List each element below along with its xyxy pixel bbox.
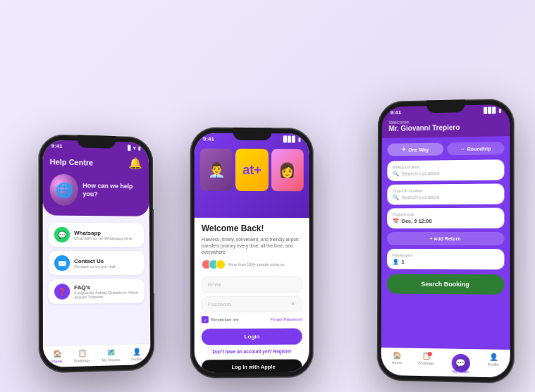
email-field[interactable]: Email: [202, 276, 302, 293]
nav-bookings[interactable]: 📋 Bookings: [74, 349, 90, 363]
dropoff-placeholder: Search Location: [402, 195, 440, 200]
list-item[interactable]: 💬 Whatsapp Chat with us on Whatsapp here: [49, 223, 144, 247]
password-placeholder: Password: [208, 301, 231, 307]
notification-icon[interactable]: 🔔: [128, 157, 142, 170]
login-button[interactable]: Login: [202, 329, 302, 345]
nav-profile-right[interactable]: 👤 Profile: [488, 353, 499, 375]
time-center: 9:41: [203, 135, 214, 142]
notch-center: [233, 128, 271, 140]
nav-profile-label: Profile: [131, 357, 142, 361]
dropoff-field[interactable]: Drop-Off Location 🔍 Search Location: [387, 183, 504, 204]
pickup-value: 🔍 Search Location: [393, 169, 498, 177]
faq-subtitle: Frequently Asked Questions About Airport…: [74, 290, 139, 299]
register-text: Don't have an account yet? Register: [202, 349, 302, 355]
signal-icon: ▊: [128, 145, 131, 151]
hero-at-logo: at+: [235, 149, 268, 191]
help-items-list: 💬 Whatsapp Chat with us on Whatsapp here…: [43, 215, 151, 345]
time-right: 9:41: [391, 109, 402, 116]
faq-info: FAQ's Frequently Asked Questions About A…: [74, 283, 139, 299]
welcome-body: Welcome Back! Flawless, timely, convenie…: [195, 218, 309, 373]
passengers-value: 👤 1: [393, 259, 499, 266]
list-item[interactable]: ❓ FAQ's Frequently Asked Questions About…: [49, 279, 144, 304]
phone-center: 9:41 ▊▊▊ ▮ 👨‍💼 at+ 👩 Welcome Back! Flaw: [190, 127, 314, 378]
dropoff-label: Drop-Off Location: [393, 188, 498, 193]
bottom-nav-left: 🏠 Home 📋 Bookings 🗺️ My Routes 👤 Profile: [43, 343, 151, 367]
battery-icon: ▮: [138, 145, 141, 151]
help-centre-title: Help Centre: [50, 157, 94, 166]
forgot-password-link[interactable]: Forgot Password: [271, 317, 302, 321]
hero-img-person1: 👨‍💼: [200, 149, 233, 191]
home-icon: 🏠: [53, 350, 61, 358]
contact-info: Contact Us Contact us by our mail: [74, 257, 116, 268]
nav-wallet-right[interactable]: 💬 My Wallet: [450, 353, 472, 374]
nav-bookings-right[interactable]: 📋 Bookings: [418, 352, 434, 374]
list-item[interactable]: ✉️ Contact Us Contact us by our mail: [49, 251, 144, 275]
phone-left: 9:41 ▊ ▾ ▮ Help Centre 🔔 🌐 How can we: [38, 134, 154, 374]
whatsapp-info: Whatsapp Chat with us on Whatsapp here: [74, 229, 133, 240]
routes-icon: 🗺️: [106, 348, 115, 356]
nav-profile[interactable]: 👤 Profile: [131, 348, 142, 361]
passengers-field[interactable]: Passengers 👤 1: [387, 249, 505, 270]
booking-header: Welcome, Mr. Giovanni Trepiero: [382, 115, 510, 138]
flight-arrival-field[interactable]: Flight Arrival 📅 Dec, 9 12:00: [387, 208, 504, 229]
time-left: 9:41: [51, 142, 63, 149]
status-icons-left: ▊ ▾ ▮: [128, 145, 140, 151]
passengers-label: Passengers: [393, 253, 499, 257]
profile-icon-right: 👤: [489, 353, 498, 361]
nav-home-label: Home: [51, 359, 62, 364]
status-icons-right: ▊▊▊ ▮: [484, 107, 501, 114]
hero-img-person2: 👩: [271, 149, 304, 191]
nav-bookings-label-right: Bookings: [418, 361, 434, 365]
wifi-icon: ▾: [133, 145, 136, 151]
add-return-button[interactable]: + Add Return: [387, 232, 504, 245]
bookings-icon: 📋: [78, 349, 86, 357]
booking-body: ✈ One Way ↔ Roundtrip Pickup Location 🔍 …: [381, 136, 510, 350]
one-way-label: One Way: [408, 147, 429, 152]
help-hero-image: 🌐: [50, 173, 79, 206]
signal-icon: ▊▊▊: [484, 107, 496, 114]
pickup-field[interactable]: Pickup Location 🔍 Search Location: [387, 159, 504, 181]
welcome-hero: 9:41 ▊▊▊ ▮ 👨‍💼 at+ 👩: [195, 133, 309, 218]
contact-title: Contact Us: [74, 257, 116, 264]
one-way-button[interactable]: ✈ One Way: [387, 142, 443, 156]
phone-right: 9:41 ▊▊▊ ▮ Welcome, Mr. Giovanni Trepier…: [377, 99, 515, 384]
nav-home-right[interactable]: 🏠 Home: [392, 351, 402, 372]
battery-icon: ▮: [498, 108, 501, 114]
welcome-title: Welcome Back!: [202, 223, 302, 233]
nav-bookings-label: Bookings: [74, 358, 90, 363]
profile-icon: 👤: [133, 348, 141, 355]
remember-label: Remember me: [211, 317, 239, 321]
arrival-date: Dec, 9 12:00: [402, 218, 432, 224]
password-field[interactable]: Password 👁: [202, 296, 302, 312]
no-account-text: Don't have an account yet?: [212, 349, 271, 355]
apple-login-button[interactable]: Log In with Apple: [202, 360, 302, 373]
nav-home[interactable]: 🏠 Home: [51, 350, 62, 364]
nav-profile-label-right: Profile: [488, 362, 499, 367]
help-hero: 🌐 How can we help you?: [50, 173, 142, 207]
battery-icon: ▮: [298, 137, 301, 142]
roundtrip-icon: ↔: [460, 146, 465, 151]
faq-icon: ❓: [54, 283, 70, 299]
search-booking-button[interactable]: Search Booking: [387, 274, 505, 295]
remember-checkbox[interactable]: ✓: [202, 317, 209, 324]
passengers-count: 1: [402, 259, 405, 265]
remember-row: ✓ Remember me Forgot Password: [202, 316, 302, 324]
person-icon: 👤: [393, 259, 399, 265]
remember-me-row[interactable]: ✓ Remember me: [202, 316, 239, 323]
user-avatars: [202, 259, 226, 269]
eye-icon: 👁: [290, 301, 296, 307]
signal-icon: ▊▊▊: [283, 136, 296, 142]
whatsapp-subtitle: Chat with us on Whatsapp here: [74, 235, 133, 240]
users-row: More than 10K+ people using us: [202, 259, 302, 269]
bottom-nav-right: 🏠 Home 📋 Bookings 💬 My Wallet 👤 Pro: [381, 348, 510, 378]
screen-left: 9:41 ▊ ▾ ▮ Help Centre 🔔 🌐 How can we: [42, 140, 150, 367]
apple-button-label: Log In with Apple: [231, 364, 275, 370]
register-link[interactable]: Register: [273, 349, 291, 354]
calendar-icon: 📅: [393, 218, 399, 224]
roundtrip-button[interactable]: ↔ Roundtrip: [447, 142, 504, 155]
trip-type-row: ✈ One Way ↔ Roundtrip: [387, 142, 504, 156]
nav-home-label-right: Home: [392, 360, 402, 365]
nav-wallet-label: My Wallet: [453, 369, 469, 374]
nav-routes[interactable]: 🗺️ My Routes: [102, 348, 120, 362]
contact-icon: ✉️: [54, 255, 70, 271]
